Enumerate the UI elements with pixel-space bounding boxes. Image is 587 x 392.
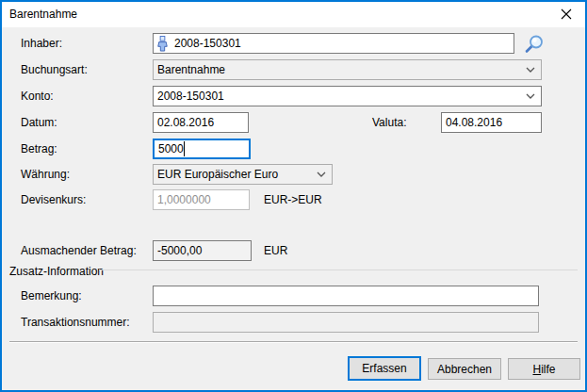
betrag-input[interactable] (153, 139, 251, 159)
ausmachender-betrag-suffix: EUR (264, 244, 287, 257)
inhaber-input[interactable] (153, 33, 514, 54)
zusatz-section-label: Zusatz-Information (9, 265, 104, 278)
waehrung-label: Währung: (21, 168, 70, 181)
search-button[interactable] (520, 31, 548, 57)
ausmachender-betrag-input (153, 240, 252, 261)
abbrechen-button[interactable]: Abbrechen (428, 358, 501, 380)
buchungsart-label: Buchungsart: (21, 63, 88, 76)
valuta-input[interactable] (441, 112, 542, 133)
erfassen-button[interactable]: Erfassen (348, 356, 421, 381)
hilfe-button[interactable]: Hilfe (508, 358, 580, 380)
barentnahme-dialog: Barentnahme Inhaber: Buchungsart: Barent… (0, 0, 587, 392)
chevron-down-icon (526, 93, 535, 99)
devisenkurs-input (153, 189, 250, 210)
magnifier-icon (523, 33, 546, 56)
konto-value: 2008-150301 (157, 90, 224, 103)
hilfe-accelerator: H (532, 363, 541, 376)
devisenkurs-suffix: EUR->EUR (264, 193, 322, 206)
inhaber-label: Inhaber: (21, 37, 62, 50)
chevron-down-icon (526, 67, 535, 73)
button-separator (9, 341, 578, 343)
bemerkung-label: Bemerkung: (21, 289, 82, 302)
person-icon (156, 36, 169, 55)
window-title: Barentnahme (9, 8, 77, 21)
betrag-label: Betrag: (21, 142, 57, 155)
ausmachender-betrag-label: Ausmachender Betrag: (21, 244, 137, 257)
title-bar: Barentnahme (2, 2, 585, 27)
waehrung-value: EUR Europäischer Euro (157, 168, 278, 181)
chevron-down-icon (317, 172, 326, 177)
text-caret (184, 141, 185, 156)
waehrung-select[interactable]: EUR Europäischer Euro (153, 164, 333, 185)
buchungsart-value: Barentnahme (157, 63, 225, 76)
valuta-label: Valuta: (372, 116, 406, 129)
close-icon (561, 8, 572, 20)
zusatz-section-line (99, 270, 578, 270)
konto-select[interactable]: 2008-150301 (153, 86, 542, 106)
datum-label: Datum: (21, 116, 57, 129)
transaktionsnummer-input (153, 312, 539, 333)
buchungsart-select[interactable]: Barentnahme (153, 59, 542, 80)
bemerkung-input[interactable] (153, 286, 539, 306)
hilfe-rest: ilfe (541, 363, 555, 376)
devisenkurs-label: Devisenkurs: (21, 193, 86, 206)
datum-input[interactable] (153, 112, 249, 133)
close-button[interactable] (551, 2, 581, 26)
transaktionsnummer-label: Transaktionsnummer: (21, 316, 130, 329)
konto-label: Konto: (21, 90, 54, 103)
